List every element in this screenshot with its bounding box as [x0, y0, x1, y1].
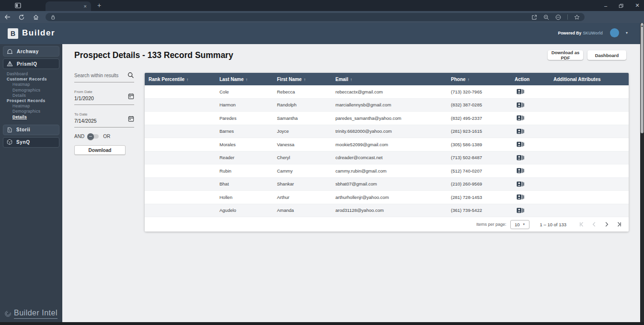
table-row[interactable]: Rubin Cammy cammy.rubin@gmail.com (512) …	[145, 164, 629, 178]
table-column-header[interactable]: Rank Percentile↑	[145, 77, 216, 82]
last-page-icon[interactable]	[616, 221, 622, 227]
scrollbar-thumb[interactable]: ▲	[641, 23, 644, 133]
previous-page-icon[interactable]	[591, 221, 597, 227]
window-minimize-button[interactable]: –	[603, 3, 609, 9]
cell-first-name: Rebecca	[273, 89, 332, 94]
first-page-icon[interactable]	[579, 221, 585, 227]
sort-asc-icon[interactable]: ↑	[186, 77, 189, 82]
filter-panel: Search within results From Date 1/1/2020…	[74, 72, 134, 155]
table-column-header[interactable]: Phone↑	[447, 77, 511, 82]
sidebar-item-prismiq[interactable]: PrismIQ	[3, 58, 59, 69]
sidebar-submenu-item[interactable]: Heatmap	[7, 104, 62, 109]
contact-card-icon[interactable]	[517, 194, 550, 200]
table-row[interactable]: Cole Rebecca rebeccactx@gmail.com (713) …	[145, 85, 629, 99]
calendar-icon[interactable]	[128, 93, 134, 99]
cell-action	[511, 141, 550, 147]
scroll-up-icon[interactable]: ▲	[641, 24, 644, 133]
cell-email: marciallennysb@gmail.com	[332, 102, 447, 107]
and-label: AND	[74, 134, 84, 139]
prismiq-submenu: Dashboard Customer Records Heatmap Demog…	[0, 69, 62, 123]
to-date-value[interactable]: 7/14/2025	[74, 118, 134, 124]
tab-overview-icon[interactable]	[15, 2, 21, 9]
sort-asc-icon[interactable]: ↑	[304, 77, 306, 82]
table-row[interactable]: Hollen Arthur arthurhollenjr@yahoo.com (…	[145, 191, 629, 204]
table-row[interactable]: Bhat Shankar sbhat07@gmail.com (210) 260…	[145, 178, 629, 191]
from-date-field[interactable]: From Date 1/1/2020	[74, 90, 134, 105]
sidebar-submenu-item[interactable]: Demographics	[7, 109, 62, 114]
download-pdf-button[interactable]: Download as PDF	[548, 50, 583, 60]
sidebar-item-archway[interactable]: Archway	[3, 46, 59, 57]
download-button[interactable]: Download	[74, 145, 126, 155]
table-row[interactable]: Paredes Samantha paredes_samantha@yahoo.…	[145, 112, 629, 125]
reload-icon[interactable]	[14, 14, 29, 20]
sidebar-submenu-item[interactable]: Customer Records	[7, 77, 62, 82]
cell-email: arod31128@yahoo.com	[332, 208, 447, 213]
table-header-row: Rank Percentile↑ Last Name↑ First Name↑ …	[145, 73, 629, 85]
sidebar-item-storii[interactable]: Storii	[3, 125, 59, 135]
contact-card-icon[interactable]	[517, 208, 550, 213]
sidebar-submenu-item[interactable]: Prospect Records	[7, 98, 62, 104]
vertical-scrollbar[interactable]: ▲ ▼	[640, 23, 644, 325]
contact-card-icon[interactable]	[517, 141, 550, 147]
dashboard-button[interactable]: Dashboard	[587, 50, 626, 60]
browser-tab[interactable]: ×	[46, 1, 91, 11]
home-icon[interactable]	[29, 14, 43, 20]
zoom-out-icon[interactable]	[543, 14, 549, 20]
table-row[interactable]: Harmon Randolph marciallennysb@gmail.com…	[145, 99, 629, 112]
sidebar-submenu-item[interactable]: Dashboard	[7, 71, 62, 77]
calendar-icon[interactable]	[128, 116, 134, 122]
sidebar-submenu-item[interactable]: Heatmap	[7, 82, 62, 87]
table-column-header[interactable]: Action	[511, 77, 550, 82]
table-column-header[interactable]: Email↑	[332, 77, 447, 82]
sidebar-submenu-item[interactable]: Details	[7, 93, 62, 98]
cell-phone: (832) 387-0285	[447, 102, 511, 107]
table-column-header[interactable]: Last Name↑	[216, 77, 273, 82]
next-page-icon[interactable]	[604, 221, 610, 227]
table-column-header[interactable]: First Name↑	[273, 77, 332, 82]
and-or-toggle[interactable]	[89, 134, 99, 139]
window-close-button[interactable]: ✕	[634, 2, 640, 9]
table-row[interactable]: Agudelo Amanda arod31128@yahoo.com (361)…	[145, 204, 629, 218]
bookmark-star-icon[interactable]	[574, 14, 580, 20]
contact-card-icon[interactable]	[517, 181, 550, 187]
caret-down-icon: ▾	[523, 222, 525, 226]
cell-email: cdreader@comcast.net	[332, 155, 447, 160]
search-icon[interactable]	[127, 72, 134, 79]
sidebar-submenu-item[interactable]: Demographics	[7, 88, 62, 93]
sort-asc-icon[interactable]: ↑	[246, 77, 248, 82]
search-placeholder: Search within results	[74, 73, 118, 78]
table-row[interactable]: Reader Cheryl cdreader@comcast.net (713)…	[145, 151, 629, 165]
contact-card-icon[interactable]	[517, 89, 550, 94]
toggle-knob[interactable]	[87, 133, 94, 140]
sidebar-item-synq[interactable]: SynQ	[3, 137, 59, 148]
window-bottom-edge	[0, 322, 644, 325]
contact-card-icon[interactable]	[517, 128, 550, 134]
cell-first-name: Vanessa	[273, 142, 332, 147]
contact-card-icon[interactable]	[517, 168, 550, 174]
avatar[interactable]	[610, 28, 619, 37]
search-input[interactable]: Search within results	[74, 72, 134, 82]
table-row[interactable]: Morales Vanessa mookie52099@gmail.com (3…	[145, 138, 629, 151]
table-row[interactable]: Barnes Joyce trinity.6682000@yahoo.com (…	[145, 125, 629, 139]
table-column-header[interactable]: Additional Attributes	[550, 77, 629, 82]
cell-email: arthurhollenjr@yahoo.com	[332, 195, 447, 200]
to-date-field[interactable]: To Date 7/14/2025	[74, 112, 134, 128]
items-per-page-select[interactable]: 10 ▾	[510, 220, 529, 229]
contact-card-icon[interactable]	[517, 115, 550, 121]
window-maximize-button[interactable]	[619, 3, 624, 8]
share-icon[interactable]	[531, 14, 537, 20]
from-date-value[interactable]: 1/1/2020	[74, 95, 134, 101]
contact-card-icon[interactable]	[517, 102, 550, 108]
tab-close-icon[interactable]: ×	[84, 4, 87, 9]
sort-asc-icon[interactable]: ↑	[350, 77, 353, 82]
sort-asc-icon[interactable]: ↑	[468, 77, 470, 82]
new-tab-button[interactable]: +	[95, 1, 104, 10]
cell-phone: (281) 923-1615	[447, 128, 511, 134]
back-icon[interactable]	[0, 14, 14, 20]
builder-intel-logo: Builder Intel	[4, 309, 58, 319]
avatar-caret-icon[interactable]: ▾	[626, 31, 628, 35]
address-bar[interactable]	[46, 13, 585, 21]
sidebar-submenu-item[interactable]: Details	[7, 115, 62, 120]
contact-card-icon[interactable]	[517, 155, 550, 161]
more-options-icon[interactable]	[555, 14, 561, 20]
